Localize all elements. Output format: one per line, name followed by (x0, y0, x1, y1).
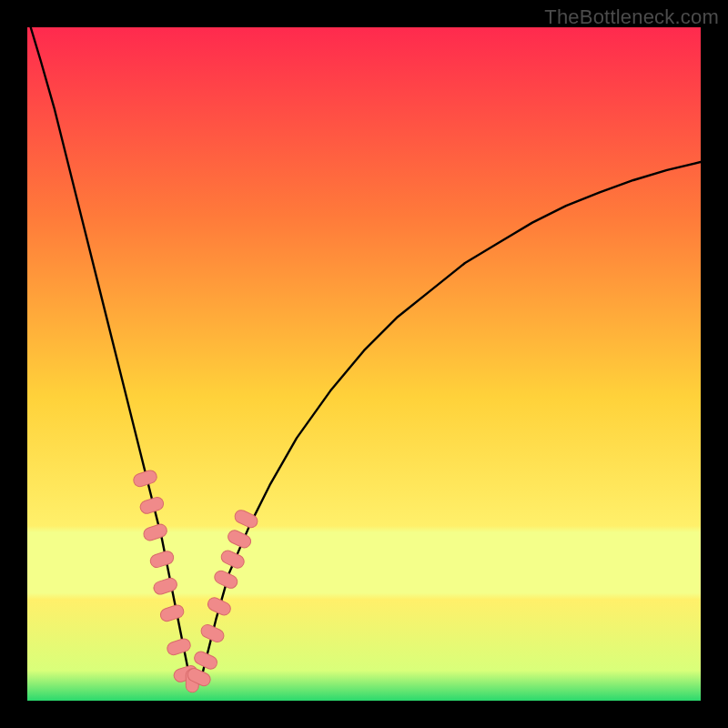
gradient-background (27, 27, 701, 701)
watermark-text: TheBottleneck.com (544, 5, 719, 29)
chart-frame (27, 27, 701, 701)
bottleneck-chart (27, 27, 701, 701)
